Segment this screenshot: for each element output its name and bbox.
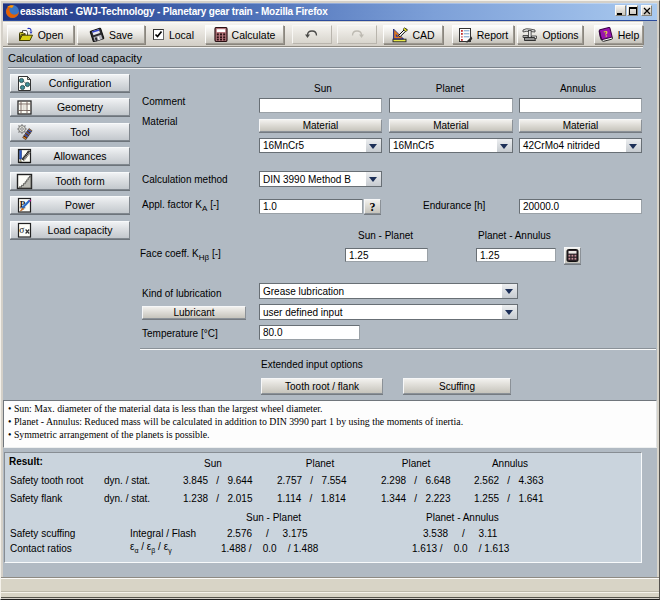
svg-text:σ: σ <box>19 225 24 235</box>
